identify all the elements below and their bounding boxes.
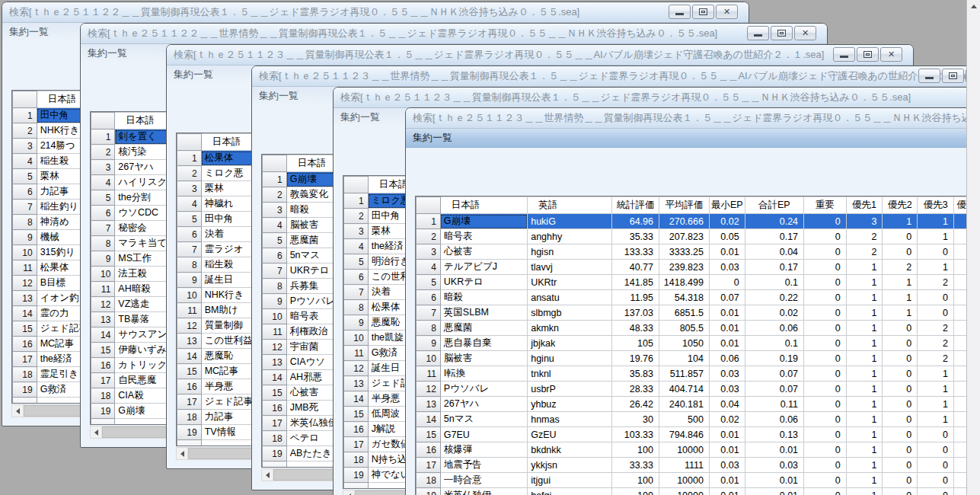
- row-number-cell[interactable]: 16: [91, 358, 115, 373]
- value-cell[interactable]: 0.01: [709, 321, 745, 336]
- japanese-cell[interactable]: G7EU: [440, 427, 527, 442]
- scroll-left-button[interactable]: [12, 405, 24, 417]
- english-cell[interactable]: usbrP: [528, 382, 612, 397]
- value-cell[interactable]: 500: [659, 412, 709, 427]
- value-cell[interactable]: 1: [846, 473, 883, 488]
- scroll-left-button[interactable]: [91, 426, 102, 438]
- row-number-cell[interactable]: 7: [344, 285, 369, 300]
- grid-corner-cell[interactable]: [344, 177, 369, 193]
- row-number-cell[interactable]: 9: [417, 336, 441, 351]
- value-cell[interactable]: 0.17: [745, 229, 803, 244]
- value-cell[interactable]: 26.42: [612, 397, 659, 412]
- value-cell[interactable]: 0: [804, 412, 847, 427]
- minimize-button[interactable]: [669, 5, 691, 19]
- value-cell[interactable]: 0.01: [745, 488, 803, 495]
- value-cell[interactable]: 1: [883, 290, 918, 305]
- row-number-cell[interactable]: 19: [417, 488, 441, 495]
- value-cell[interactable]: 0: [804, 336, 847, 351]
- value-cell[interactable]: 1: [918, 412, 954, 427]
- row-number-cell[interactable]: 7: [417, 305, 441, 321]
- row-number-cell[interactable]: 19: [91, 404, 115, 419]
- row-number-cell[interactable]: [344, 483, 369, 490]
- scroll-left-button[interactable]: [177, 448, 188, 459]
- value-cell[interactable]: 100: [612, 442, 659, 458]
- row-number-cell[interactable]: 5: [344, 254, 369, 270]
- english-cell[interactable]: hnmas: [528, 412, 612, 427]
- value-cell[interactable]: 1: [846, 336, 883, 351]
- column-header[interactable]: 優先2: [883, 197, 918, 214]
- value-cell[interactable]: 19.76: [612, 351, 659, 366]
- japanese-cell[interactable]: 米英仏独伊: [440, 488, 527, 495]
- row-number-cell[interactable]: 12: [263, 340, 287, 355]
- japanese-cell[interactable]: 脳被害: [440, 351, 527, 366]
- value-cell[interactable]: 0.01: [709, 473, 745, 488]
- row-number-cell[interactable]: 4: [263, 218, 287, 233]
- row-number-cell[interactable]: 8: [177, 257, 202, 273]
- value-cell[interactable]: 0.13: [745, 427, 803, 442]
- japanese-cell[interactable]: 一時合意: [440, 473, 527, 488]
- column-header[interactable]: 平均評価: [659, 197, 709, 214]
- row-number-cell[interactable]: 4: [91, 175, 115, 190]
- row-number-cell[interactable]: 5: [91, 190, 115, 206]
- column-header[interactable]: 最小EP: [709, 197, 745, 214]
- value-cell[interactable]: 0: [883, 412, 918, 427]
- value-cell[interactable]: 0: [918, 427, 954, 442]
- window-titlebar[interactable]: 検索[ｔｈｅ２５１１２３＿＿質量制御再現公表１．５＿＿ジェド霊界ラジオ再現０．５…: [334, 88, 980, 108]
- japanese-cell[interactable]: 心被害: [440, 244, 527, 260]
- japanese-cell[interactable]: 悪自暴自棄: [440, 336, 527, 351]
- row-number-cell[interactable]: 10: [91, 267, 115, 282]
- value-cell[interactable]: 35.33: [612, 229, 659, 244]
- value-cell[interactable]: 0: [804, 442, 847, 458]
- row-number-cell[interactable]: 1: [344, 193, 369, 209]
- value-cell[interactable]: 0: [883, 229, 918, 244]
- value-cell[interactable]: 1: [918, 366, 954, 382]
- value-cell[interactable]: 0.22: [745, 290, 803, 305]
- row-number-cell[interactable]: 4: [13, 154, 37, 169]
- row-number-cell[interactable]: 2: [13, 123, 37, 139]
- row-number-cell[interactable]: 5: [417, 275, 441, 290]
- row-number-cell[interactable]: 6: [91, 206, 115, 221]
- window-titlebar[interactable]: 検索[ｔｈｅ２５１１２３＿＿世界情勢＿＿質量制御再現公表１．５＿＿ジェド霊界ラジ…: [406, 108, 980, 129]
- value-cell[interactable]: 0: [883, 427, 918, 442]
- value-cell[interactable]: 1: [846, 488, 883, 495]
- value-cell[interactable]: 103.33: [612, 427, 659, 442]
- value-cell[interactable]: 1: [918, 260, 954, 275]
- row-number-cell[interactable]: 3: [344, 224, 369, 239]
- value-cell[interactable]: 35.83: [612, 366, 659, 382]
- minimize-button[interactable]: [747, 26, 769, 40]
- value-cell[interactable]: 1: [846, 397, 883, 412]
- minimize-button[interactable]: [918, 69, 940, 83]
- grid-corner-cell[interactable]: [417, 197, 441, 214]
- value-cell[interactable]: 10000: [659, 442, 709, 458]
- row-number-cell[interactable]: 15: [13, 321, 37, 337]
- close-button[interactable]: ✕: [880, 47, 902, 62]
- row-number-cell[interactable]: 2: [263, 187, 287, 203]
- value-cell[interactable]: 0: [804, 305, 847, 321]
- row-number-cell[interactable]: 12: [91, 297, 115, 312]
- row-number-cell[interactable]: 18: [263, 431, 287, 446]
- value-cell[interactable]: 0: [918, 488, 954, 495]
- row-number-cell[interactable]: 14: [177, 349, 202, 364]
- minimize-button[interactable]: [833, 47, 855, 62]
- english-cell[interactable]: tlavvj: [528, 260, 612, 275]
- value-cell[interactable]: 0.01: [709, 244, 745, 260]
- value-cell[interactable]: 0: [918, 473, 954, 488]
- row-number-cell[interactable]: 1: [91, 129, 115, 145]
- row-number-cell[interactable]: 1: [417, 214, 441, 229]
- english-cell[interactable]: itjgui: [528, 473, 612, 488]
- value-cell[interactable]: 3: [846, 214, 883, 229]
- value-cell[interactable]: 0.01: [709, 305, 745, 321]
- japanese-cell[interactable]: 267ヤハ: [440, 397, 527, 412]
- japanese-cell[interactable]: 悪魔菌: [440, 321, 527, 336]
- value-cell[interactable]: 0: [804, 244, 847, 260]
- row-number-cell[interactable]: 6: [13, 184, 37, 200]
- value-cell[interactable]: 0: [883, 336, 918, 351]
- row-number-cell[interactable]: 13: [177, 334, 202, 349]
- close-button[interactable]: ✕: [794, 26, 816, 40]
- row-number-cell[interactable]: 3: [91, 160, 115, 175]
- japanese-cell[interactable]: テルアビブJ: [440, 260, 527, 275]
- japanese-cell[interactable]: 核爆弾: [440, 442, 527, 458]
- value-cell[interactable]: 0.03: [709, 382, 745, 397]
- column-header[interactable]: 優先3: [918, 197, 954, 214]
- row-number-cell[interactable]: 10: [177, 288, 202, 303]
